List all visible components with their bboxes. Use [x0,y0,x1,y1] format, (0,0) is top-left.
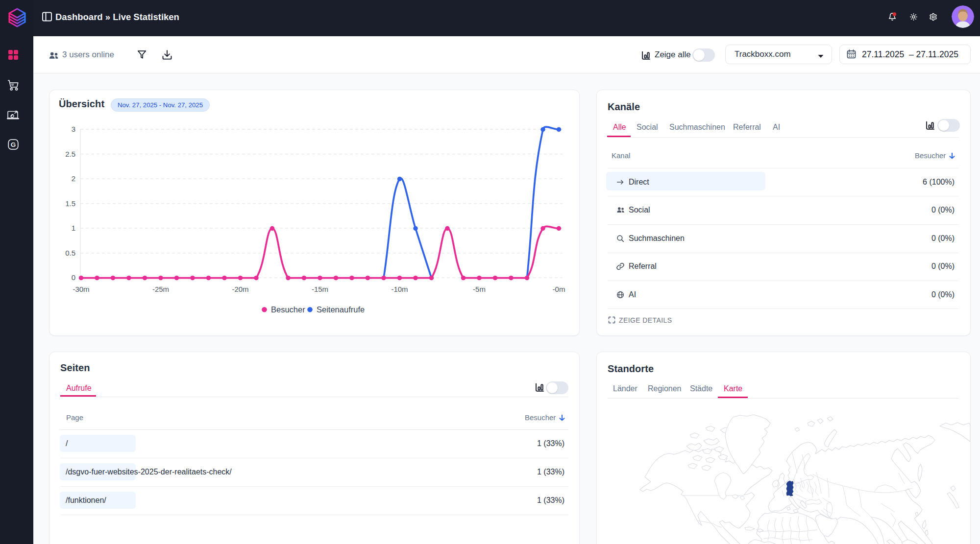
svg-text:-5m: -5m [473,285,486,293]
svg-text:0: 0 [72,273,75,282]
svg-text:1.5: 1.5 [65,199,75,208]
svg-text:-20m: -20m [232,285,248,293]
svg-text:G: G [11,141,16,148]
svg-text:2: 2 [72,174,75,183]
svg-text:1: 1 [72,224,75,232]
svg-text:0.5: 0.5 [65,249,75,257]
svg-text:-15m: -15m [312,285,328,293]
svg-text:Besucher: Besucher [271,305,305,314]
svg-text:-10m: -10m [391,285,408,293]
svg-text:-25m: -25m [152,285,169,293]
svg-text:3: 3 [72,125,75,133]
svg-text:-0m: -0m [553,285,565,293]
svg-text:2.5: 2.5 [65,150,75,158]
svg-text:Seitenaufrufe: Seitenaufrufe [317,305,365,314]
svg-text:-30m: -30m [73,285,89,293]
